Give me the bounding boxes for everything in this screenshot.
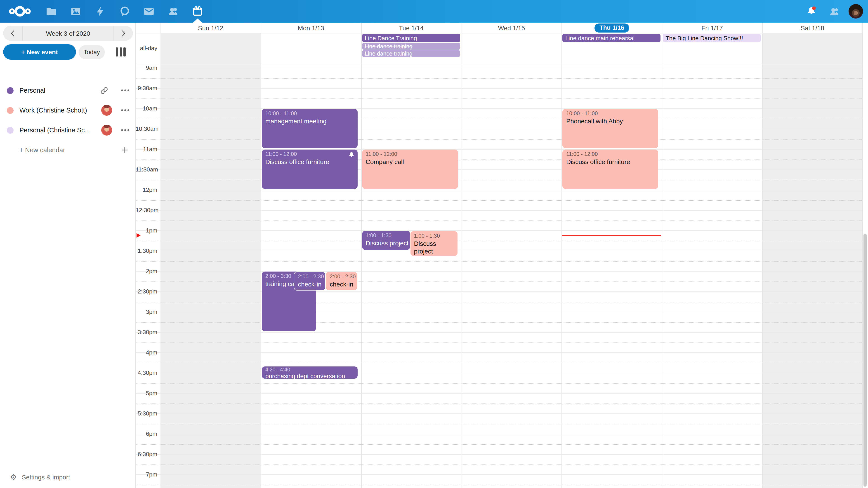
column-border: [261, 23, 261, 488]
share-link-button[interactable]: [100, 87, 108, 94]
gridline-15min: [136, 200, 863, 200]
day-header-thu[interactable]: Thu 1/16: [562, 23, 662, 33]
time-label: 1:30pm: [135, 248, 157, 254]
contacts-app-button[interactable]: [161, 0, 185, 23]
files-app-button[interactable]: [39, 0, 63, 23]
activity-app-button[interactable]: [88, 0, 112, 23]
event-title: Discuss project announcement: [366, 239, 406, 247]
event-discuss-project-announcement[interactable]: 1:00 - 1:30Discuss project announcement: [410, 231, 458, 256]
event-title: management meeting: [266, 117, 354, 125]
photos-icon: [70, 6, 81, 17]
event-time: 11:00 - 12:00: [366, 151, 454, 158]
contacts-icon: [167, 5, 179, 17]
event-check-in[interactable]: 2:00 - 2:30check-in: [326, 271, 358, 291]
view-column-bar: [116, 47, 118, 57]
column-border: [160, 23, 161, 488]
gridline-15min: [136, 464, 863, 465]
time-label: 5pm: [135, 390, 157, 396]
weekend-shade: [160, 33, 261, 488]
allday-separator: [136, 64, 863, 64]
day-header-mon[interactable]: Mon 1/13: [261, 23, 361, 33]
event-check-in[interactable]: 2:00 - 2:30check-in: [294, 271, 326, 291]
gridline-30min: [136, 129, 863, 129]
gridline-30min: [136, 88, 863, 89]
gridline-15min: [136, 302, 863, 302]
nextcloud-logo[interactable]: [7, 4, 33, 19]
gridline-30min: [136, 291, 863, 292]
event-phonecall-with-abby[interactable]: 10:00 - 11:00Phonecall with Abby: [563, 109, 658, 148]
calendar-actions-menu[interactable]: [121, 129, 129, 131]
event-title: purchasing dept conversation: [266, 373, 354, 379]
now-arrow: [136, 233, 141, 238]
event-company-call[interactable]: 11:00 - 12:00Company call: [362, 150, 458, 189]
gridline-30min: [136, 210, 863, 210]
time-label: 7pm: [135, 471, 157, 478]
calendar-color-dot: [7, 87, 13, 94]
gridline-30min: [136, 393, 863, 394]
next-week-button[interactable]: [114, 26, 133, 41]
gridline-15min: [136, 240, 863, 241]
scrollbar-thumb[interactable]: [864, 234, 867, 487]
day-header-fri[interactable]: Fri 1/17: [662, 23, 763, 33]
now-line: [563, 235, 661, 236]
settings-import-button[interactable]: ⚙ Settings & import: [0, 470, 135, 484]
vertical-scrollbar[interactable]: [862, 23, 868, 488]
day-header-label: Sun 1/12: [198, 24, 223, 31]
previous-week-button[interactable]: [3, 26, 22, 41]
column-border: [762, 23, 763, 488]
day-header-sun[interactable]: Sun 1/12: [160, 23, 261, 33]
calendar-actions-menu[interactable]: [121, 109, 129, 111]
week-label-button[interactable]: Week 3 of 2020: [22, 26, 114, 41]
allday-event[interactable]: Line dance training: [362, 50, 460, 57]
calendar-list-item-personal-shared[interactable]: Personal (Christine Schott): [0, 122, 135, 139]
new-event-button[interactable]: + New event: [3, 44, 76, 60]
calendar-list-item-personal[interactable]: Personal: [0, 82, 135, 99]
calendar-color-dot: [7, 107, 13, 113]
gridline-15min: [136, 342, 863, 343]
event-discuss-project-announcement[interactable]: 1:00 - 1:30Discuss project announcement: [362, 231, 410, 250]
gridline-30min: [136, 475, 863, 475]
time-label: 10am: [135, 105, 157, 112]
day-header-wed[interactable]: Wed 1/15: [461, 23, 562, 33]
gridline-30min: [136, 312, 863, 312]
add-calendar-plus-button[interactable]: [121, 147, 128, 154]
gridline-15min: [136, 139, 863, 139]
contacts-menu-button[interactable]: [823, 0, 845, 23]
notifications-button[interactable]: [800, 0, 823, 23]
calendar-list-item-work[interactable]: Work (Christine Schott): [0, 102, 135, 119]
photos-app-button[interactable]: [63, 0, 88, 23]
column-border: [662, 23, 662, 488]
day-header-tue[interactable]: Tue 1/14: [361, 23, 461, 33]
user-menu-button[interactable]: [845, 0, 868, 23]
event-discuss-office-furniture[interactable]: 11:00 - 12:00Discuss office furniture: [262, 150, 358, 189]
gear-icon: ⚙: [10, 473, 17, 481]
user-avatar: [848, 4, 863, 19]
talk-app-button[interactable]: [112, 0, 136, 23]
event-time: 4:20 - 4:40: [266, 367, 354, 373]
calendar-sidebar: Week 3 of 2020 + New event Today Persona…: [0, 23, 135, 488]
calendar-actions-menu[interactable]: [121, 90, 129, 91]
event-management-meeting[interactable]: 10:00 - 11:00management meeting: [262, 109, 358, 148]
today-button[interactable]: Today: [79, 45, 105, 59]
calendar-name: Personal (Christine Schott): [20, 127, 93, 134]
event-discuss-office-furniture[interactable]: 11:00 - 12:00Discuss office furniture: [563, 150, 658, 189]
calendar-name: Work (Christine Schott): [20, 107, 87, 114]
reminder-bell-icon: [348, 152, 354, 158]
allday-event[interactable]: Line dance training: [362, 43, 460, 50]
talk-icon: [119, 6, 130, 17]
new-calendar-button[interactable]: + New calendar: [0, 141, 135, 159]
event-title: Discuss office furniture: [566, 158, 655, 166]
allday-event[interactable]: Line Dance Training: [362, 34, 460, 42]
day-header-sat[interactable]: Sat 1/18: [762, 23, 863, 33]
event-purchasing-dept-conversation[interactable]: 4:20 - 4:40purchasing dept conversation: [262, 366, 358, 379]
event-time: 2:00 - 2:30: [330, 273, 353, 281]
shared-by-avatar: [101, 125, 112, 135]
allday-event[interactable]: Line dance main rehearsal: [563, 34, 661, 42]
gridline-15min: [136, 78, 863, 78]
mail-app-button[interactable]: [136, 0, 161, 23]
chevron-right-icon: [120, 30, 127, 37]
allday-event[interactable]: The Big Line Dancing Show!!!: [663, 34, 761, 42]
time-label: 1pm: [135, 227, 157, 234]
week-view-toggle-button[interactable]: [116, 47, 126, 57]
calendar-app-button[interactable]: [185, 0, 210, 23]
